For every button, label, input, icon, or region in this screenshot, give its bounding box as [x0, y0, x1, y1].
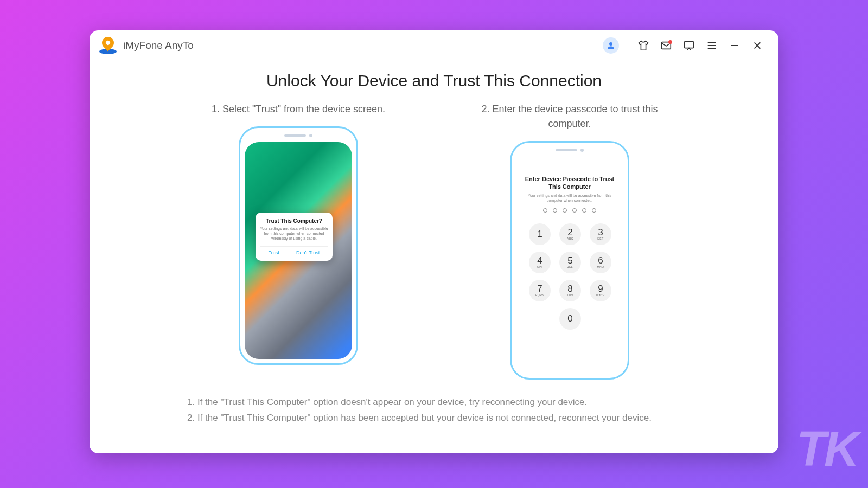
key-4: 4GHI — [529, 252, 551, 273]
main-content: Unlock Your Device and Trust This Connec… — [90, 61, 778, 437]
feedback-icon[interactable] — [680, 36, 698, 55]
close-button[interactable] — [748, 36, 767, 55]
svg-rect-2 — [685, 42, 694, 48]
key-0: 0 — [559, 308, 581, 330]
trust-alert: Trust This Computer? Your settings and d… — [256, 213, 333, 261]
step-one: 1. Select "Trust" from the device screen… — [206, 102, 391, 380]
watermark: TK — [796, 421, 857, 477]
key-9: 9WXYZ — [590, 280, 611, 301]
mail-icon[interactable] — [657, 36, 675, 55]
key-7: 7PQRS — [529, 280, 551, 301]
alert-body: Your settings and data will be accessibl… — [260, 226, 328, 241]
page-heading: Unlock Your Device and Trust This Connec… — [122, 72, 746, 90]
trust-button: Trust — [269, 250, 279, 255]
keypad: 1 2ABC 3DEF 4GHI 5JKL 6MNO 7PQRS 8TUV 9W… — [524, 223, 616, 330]
note-2: 2. If the "Trust This Computer" option h… — [187, 410, 681, 426]
passcode-title: Enter Device Passcode to Trust This Comp… — [524, 175, 616, 191]
step-two-label: 2. Enter the device passcode to trust th… — [477, 102, 662, 131]
key-3: 3DEF — [590, 223, 611, 245]
shirt-icon[interactable] — [634, 36, 653, 55]
phone-trust-illustration: Trust This Computer? Your settings and d… — [239, 126, 358, 365]
key-8: 8TUV — [559, 280, 581, 301]
app-window: iMyFone AnyTo Unlock Your Device and Tru… — [90, 30, 778, 453]
minimize-button[interactable] — [725, 36, 744, 55]
key-2: 2ABC — [559, 223, 581, 245]
key-1: 1 — [529, 223, 551, 245]
passcode-subtitle: Your settings and data will be accessibl… — [524, 193, 616, 203]
titlebar: iMyFone AnyTo — [90, 30, 778, 61]
footer-notes: 1. If the "Trust This Computer" option d… — [122, 395, 746, 426]
key-5: 5JKL — [559, 252, 581, 273]
key-6: 6MNO — [590, 252, 611, 273]
note-1: 1. If the "Trust This Computer" option d… — [187, 395, 681, 410]
steps-row: 1. Select "Trust" from the device screen… — [122, 102, 746, 380]
phone-passcode-illustration: Enter Device Passcode to Trust This Comp… — [510, 141, 629, 380]
alert-title: Trust This Computer? — [260, 218, 328, 224]
dont-trust-button: Don't Trust — [296, 250, 320, 255]
svg-point-0 — [609, 42, 612, 46]
step-two: 2. Enter the device passcode to trust th… — [477, 102, 662, 380]
app-title: iMyFone AnyTo — [123, 40, 194, 52]
step-one-label: 1. Select "Trust" from the device screen… — [206, 102, 391, 117]
app-logo-icon — [99, 37, 117, 54]
passcode-dots — [524, 208, 616, 213]
account-avatar-icon[interactable] — [603, 37, 619, 54]
menu-icon[interactable] — [703, 36, 721, 55]
